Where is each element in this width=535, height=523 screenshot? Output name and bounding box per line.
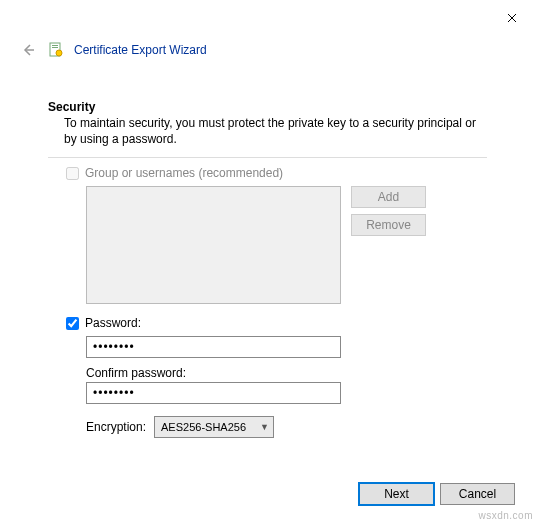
confirm-password-input[interactable]	[86, 382, 341, 404]
svg-rect-2	[52, 47, 58, 48]
group-users-checkbox[interactable]	[66, 167, 79, 180]
wizard-header: Certificate Export Wizard	[0, 36, 535, 70]
content-area: Security To maintain security, you must …	[0, 70, 535, 438]
titlebar	[0, 0, 535, 36]
svg-rect-1	[52, 45, 58, 46]
password-label: Password:	[85, 316, 141, 330]
password-input[interactable]	[86, 336, 341, 358]
wizard-title: Certificate Export Wizard	[74, 43, 207, 57]
encryption-row: Encryption: AES256-SHA256 ▼	[86, 416, 487, 438]
svg-point-3	[56, 50, 62, 56]
group-users-listbox	[86, 186, 341, 304]
group-users-row: Group or usernames (recommended)	[66, 166, 487, 180]
remove-button: Remove	[351, 214, 426, 236]
next-button[interactable]: Next	[359, 483, 434, 505]
certificate-icon	[48, 42, 64, 58]
footer-buttons: Next Cancel	[359, 483, 515, 505]
divider	[48, 157, 487, 158]
section-heading: Security	[48, 100, 487, 114]
password-row: Password:	[66, 316, 487, 330]
add-button: Add	[351, 186, 426, 208]
close-icon	[507, 13, 517, 23]
close-button[interactable]	[489, 2, 535, 34]
group-users-area: Add Remove	[86, 186, 487, 304]
chevron-down-icon: ▼	[260, 422, 269, 432]
password-checkbox[interactable]	[66, 317, 79, 330]
watermark: wsxdn.com	[478, 510, 533, 521]
encryption-selected: AES256-SHA256	[161, 421, 246, 433]
group-users-label: Group or usernames (recommended)	[85, 166, 283, 180]
cancel-button[interactable]: Cancel	[440, 483, 515, 505]
encryption-combobox[interactable]: AES256-SHA256 ▼	[154, 416, 274, 438]
back-arrow-icon	[20, 42, 36, 58]
encryption-label: Encryption:	[86, 420, 146, 434]
confirm-password-label: Confirm password:	[86, 366, 487, 380]
section-subheading: To maintain security, you must protect t…	[48, 116, 487, 147]
back-button[interactable]	[18, 40, 38, 60]
